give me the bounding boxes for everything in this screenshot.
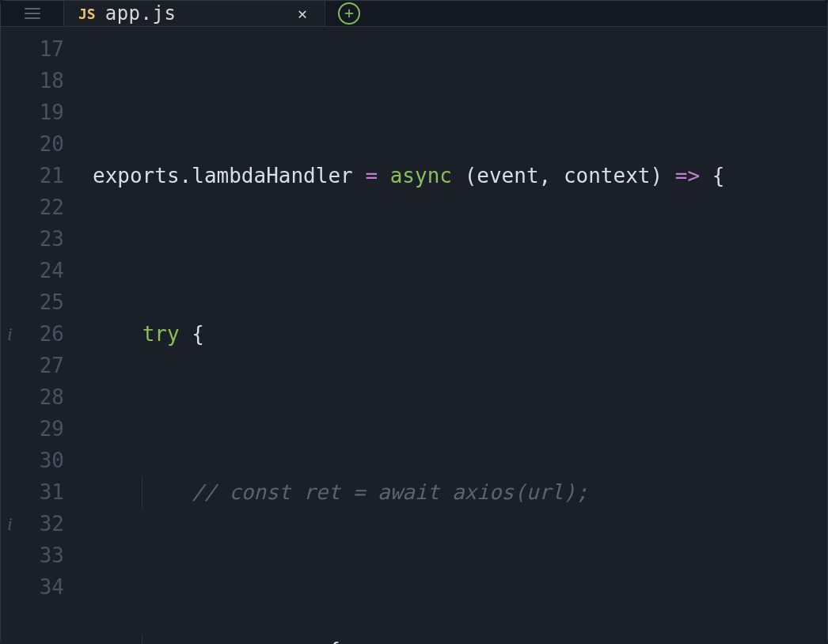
code-area[interactable]: exports.lambdaHandler = async (event, co… [77, 33, 827, 644]
tab-app-js[interactable]: JS app.js ✕ [64, 1, 325, 26]
token: => [663, 164, 712, 188]
token: ( [465, 164, 477, 188]
line-number: 33 [1, 540, 64, 571]
code-line: // const ret = await axios(url); [93, 476, 827, 508]
info-annotation-icon: i [7, 508, 13, 540]
token: { [712, 164, 725, 188]
token: = [291, 638, 328, 644]
line-number: 27 [1, 350, 64, 381]
code-line: try { [93, 318, 827, 350]
info-annotation-icon: i [7, 318, 13, 350]
line-number-gutter: 17181920212223242526i272829303132i3334 [1, 33, 77, 644]
add-tab-button[interactable]: + [338, 2, 360, 25]
token: try [142, 322, 180, 346]
plus-icon: + [344, 5, 354, 21]
line-number: 25 [1, 286, 64, 318]
editor-window: JS app.js ✕ + 17181920212223242526i27282… [0, 0, 828, 644]
token: = [353, 164, 390, 188]
hamburger-icon [25, 8, 40, 19]
line-number: 23 [1, 223, 64, 255]
token: . [180, 164, 192, 188]
token: ) [650, 164, 663, 188]
line-number: 18 [1, 65, 64, 97]
line-number: 19 [1, 97, 64, 128]
line-number: 26i [1, 318, 64, 350]
token: context [564, 164, 651, 188]
line-number: 31 [1, 476, 64, 508]
line-number: 22 [1, 191, 64, 223]
new-tab-area: + [325, 1, 360, 26]
line-number: 29 [1, 413, 64, 445]
token: { [180, 322, 204, 346]
file-type-badge: JS [78, 6, 96, 22]
close-icon[interactable]: ✕ [293, 1, 312, 26]
token: lambdaHandler [192, 164, 353, 188]
line-number: 28 [1, 381, 64, 413]
line-number: 21 [1, 160, 64, 191]
line-number: 34 [1, 571, 64, 603]
line-number: 17 [1, 33, 64, 65]
line-number: 30 [1, 445, 64, 476]
tab-filename: app.js [105, 2, 283, 25]
tab-bar: JS app.js ✕ + [1, 1, 827, 27]
menu-button[interactable] [1, 1, 64, 26]
editor-body: 17181920212223242526i272829303132i3334 e… [1, 27, 827, 644]
token: exports [93, 164, 180, 188]
code-line: response = { [93, 635, 827, 644]
token: event [477, 164, 538, 188]
token: response [192, 638, 291, 644]
token: async [390, 164, 452, 188]
token: { [328, 638, 340, 644]
line-number: 20 [1, 128, 64, 160]
token: , [539, 164, 564, 188]
line-number: 32i [1, 508, 64, 540]
line-number: 24 [1, 255, 64, 286]
token: // const ret = await axios(url); [192, 480, 588, 504]
code-line: exports.lambdaHandler = async (event, co… [93, 160, 827, 191]
token [452, 164, 465, 188]
